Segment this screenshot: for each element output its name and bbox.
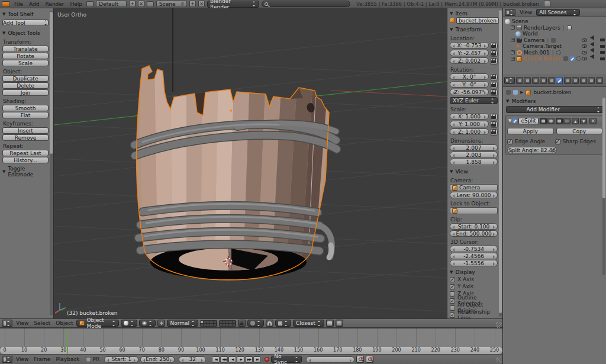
renderable-camera-icon[interactable]	[600, 57, 605, 60]
prev-keyframe-button[interactable]: ◀◀	[220, 356, 228, 363]
editmode-toggle[interactable]	[556, 118, 563, 124]
timeline-frame-menu[interactable]: Frame	[32, 356, 52, 362]
rotation-z-field[interactable]: Z: -56.097°	[450, 89, 489, 95]
tab-constraints-icon[interactable]	[548, 77, 555, 84]
layers-grid-2[interactable]	[219, 320, 236, 327]
expand-toggle[interactable]: +	[511, 50, 515, 54]
menu-file[interactable]: File	[12, 1, 25, 7]
select-menu[interactable]: Select	[32, 320, 52, 326]
expand-toggle[interactable]: +	[511, 38, 515, 42]
menu-help[interactable]: Help	[69, 1, 85, 7]
menu-add[interactable]: Add	[27, 1, 41, 7]
scale-y-field[interactable]: Y: 1.000	[450, 121, 489, 127]
opengl-render-image-button[interactable]	[326, 320, 334, 327]
tab-particles-icon[interactable]	[588, 77, 595, 84]
lock-button[interactable]	[490, 89, 498, 96]
location-z-field[interactable]: Z: 0.002	[450, 57, 489, 64]
move-modifier-down-button[interactable]: ▼	[580, 118, 587, 124]
tab-modifiers-wrench-icon[interactable]	[556, 77, 563, 84]
render-visibility-toggle[interactable]	[540, 118, 547, 124]
display-panel-header[interactable]: ▼Display	[450, 269, 498, 276]
mode-dropdown[interactable]: Object Mode	[76, 320, 119, 327]
clip-start-field[interactable]: Start: 0.100	[450, 223, 498, 230]
outliner-row-camera-target[interactable]: Camera.Target	[505, 43, 606, 50]
snap-element-dropdown[interactable]	[275, 320, 291, 327]
play-button[interactable]: ▶	[237, 356, 244, 363]
smooth-button[interactable]: Smooth	[2, 105, 49, 111]
transform-orientation-dropdown[interactable]: Normal	[167, 320, 198, 327]
render-engine-dropdown[interactable]: Blender Render	[207, 1, 259, 8]
insert-keyframe-button[interactable]: Insert	[2, 127, 49, 134]
scene-browse-icon[interactable]	[147, 1, 154, 7]
delete-button[interactable]: Delete	[2, 82, 49, 89]
tool-shelf-header[interactable]: ▼Tool Shelf	[2, 11, 49, 18]
visibility-eye-icon[interactable]	[582, 38, 587, 42]
move-modifier-up-button[interactable]: ▲	[572, 118, 579, 124]
tab-material-icon[interactable]	[572, 77, 579, 84]
expand-toggle[interactable]: +	[511, 57, 515, 61]
flat-button[interactable]: Flat	[2, 112, 49, 118]
lock-button[interactable]	[490, 74, 498, 80]
area-resize-grip[interactable]	[496, 322, 502, 328]
z-axis-checkbox[interactable]	[450, 291, 455, 297]
tab-object-data-icon[interactable]	[564, 77, 571, 84]
lens-field[interactable]: Lens: 90.000	[450, 192, 498, 198]
copy-button[interactable]: Copy	[556, 128, 603, 134]
jump-to-start-button[interactable]: |◀	[212, 356, 220, 363]
insert-keyframe-button[interactable]	[356, 356, 364, 363]
x-axis-checkbox[interactable]	[450, 277, 455, 282]
current-frame-field[interactable]: 32	[179, 356, 206, 363]
scene-field[interactable]: Scene4	[156, 1, 187, 7]
start-frame-field[interactable]: Start: 1	[104, 356, 138, 363]
object-context-icon[interactable]	[513, 90, 518, 95]
timeline-view-menu[interactable]: View	[14, 356, 30, 362]
location-x-field[interactable]: X: -0.753	[450, 42, 489, 49]
clip-end-field[interactable]: End: 500.000	[450, 230, 498, 237]
object-tools-header[interactable]: ▼Object Tools	[2, 30, 49, 37]
tab-render-icon[interactable]	[516, 77, 523, 84]
outliner-row-world[interactable]: World	[505, 31, 606, 37]
transform-panel-header[interactable]: ▼Transform	[450, 26, 498, 33]
outliner-filter-dropdown[interactable]: All Scenes	[536, 9, 580, 16]
scale-z-field[interactable]: Z: 1.000	[450, 128, 489, 135]
timeline-playback-menu[interactable]: Playback	[54, 356, 81, 362]
lock-button[interactable]	[490, 114, 498, 120]
search-input[interactable]	[262, 1, 350, 7]
lock-button[interactable]	[490, 82, 498, 88]
location-y-field[interactable]: Y: -2.457	[450, 50, 489, 56]
sync-dropdown[interactable]: No Sync	[271, 356, 302, 363]
proportional-edit-dropdown[interactable]	[247, 320, 264, 327]
apply-button[interactable]: Apply	[507, 128, 554, 134]
cursor-x-field[interactable]: -0.7534	[450, 246, 498, 252]
manipulator-toggle-button[interactable]: ✛	[157, 320, 165, 327]
screen-layout-field[interactable]: Default	[96, 1, 127, 7]
edge-angle-checkbox[interactable]	[507, 139, 512, 144]
translate-button[interactable]: Translate	[2, 46, 49, 52]
rotation-mode-dropdown[interactable]: XYZ Euler	[450, 97, 498, 104]
snap-target-dropdown[interactable]: Closest	[293, 320, 324, 327]
dimension-x-field[interactable]: 2.007	[450, 144, 498, 151]
keying-set-field[interactable]	[306, 356, 354, 363]
outliner-row-camera[interactable]: + Camera |	[505, 37, 606, 44]
window-icon[interactable]	[544, 1, 550, 7]
selectable-cursor-icon[interactable]	[590, 54, 597, 62]
cursor-y-field[interactable]: -2.4566	[450, 253, 498, 259]
npanel-scrollbar[interactable]	[499, 9, 502, 317]
visibility-eye-icon[interactable]	[582, 44, 587, 48]
lock-button[interactable]	[490, 50, 498, 57]
record-button[interactable]	[265, 357, 269, 362]
viewport-canvas[interactable]	[54, 8, 447, 318]
camera-object-field[interactable]: Camera	[450, 184, 498, 191]
add-layout-button[interactable]: +	[129, 1, 136, 7]
menu-render[interactable]: Render	[44, 1, 66, 7]
modifier-name-field[interactable]: eSplit	[518, 118, 539, 124]
properties-scrollbar[interactable]	[602, 98, 605, 275]
object-menu[interactable]: Object	[54, 320, 75, 326]
modifiers-panel-header[interactable]: ▼Modifiers	[503, 98, 606, 105]
rotation-y-field[interactable]: Y: -0°	[450, 81, 489, 88]
visibility-eye-icon[interactable]	[582, 57, 587, 60]
relationship-lines-checkbox[interactable]	[450, 313, 455, 318]
timeline-ruler[interactable]: 0102030405060708090100110120130140150160…	[0, 347, 502, 354]
snap-toggle-button[interactable]	[266, 320, 273, 327]
renderlayer-image-icon[interactable]	[567, 25, 572, 30]
